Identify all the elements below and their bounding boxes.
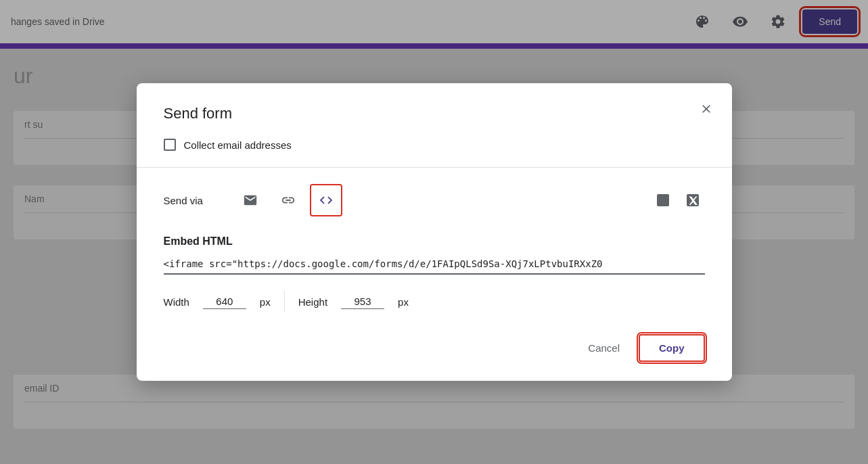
- embed-code-row: <iframe src="https://docs.google.com/for…: [164, 258, 705, 275]
- embed-code-text: <iframe src="https://docs.google.com/for…: [164, 258, 705, 269]
- height-label: Height: [298, 296, 327, 308]
- facebook-share-button[interactable]: [651, 188, 675, 212]
- code-icon: [319, 193, 334, 208]
- twitter-share-button[interactable]: [681, 188, 705, 212]
- close-icon: [700, 102, 713, 116]
- via-email-button[interactable]: [234, 184, 267, 216]
- cancel-button[interactable]: Cancel: [574, 335, 633, 361]
- width-label: Width: [164, 296, 189, 308]
- facebook-icon: [655, 192, 671, 208]
- dimensions-row: Width px Height px: [164, 291, 705, 312]
- social-icons: [651, 188, 705, 212]
- copy-button[interactable]: Copy: [639, 334, 705, 362]
- twitter-icon: [685, 192, 701, 208]
- height-unit: px: [398, 296, 409, 308]
- height-input[interactable]: [341, 294, 384, 309]
- collect-email-checkbox[interactable]: [164, 139, 176, 151]
- width-unit: px: [260, 296, 271, 308]
- send-via-icons: [234, 184, 342, 216]
- collect-email-label: Collect email addresses: [184, 139, 292, 151]
- link-icon: [281, 193, 296, 208]
- modal-divider: [137, 167, 732, 168]
- modal-close-button[interactable]: [694, 97, 718, 121]
- modal-actions: Cancel Copy: [164, 334, 705, 362]
- collect-email-row: Collect email addresses: [164, 139, 705, 151]
- dim-separator: [284, 291, 285, 312]
- modal-title: Send form: [164, 105, 705, 122]
- send-via-row: Send via: [164, 184, 705, 216]
- email-icon: [243, 193, 258, 208]
- embed-html-title: Embed HTML: [164, 235, 705, 248]
- modal-overlay: Send form Collect email addresses Send v…: [0, 0, 868, 464]
- send-via-label: Send via: [164, 195, 218, 206]
- send-form-modal: Send form Collect email addresses Send v…: [137, 83, 732, 381]
- via-link-button[interactable]: [272, 184, 304, 216]
- width-input[interactable]: [203, 294, 246, 309]
- via-embed-button[interactable]: [310, 184, 342, 216]
